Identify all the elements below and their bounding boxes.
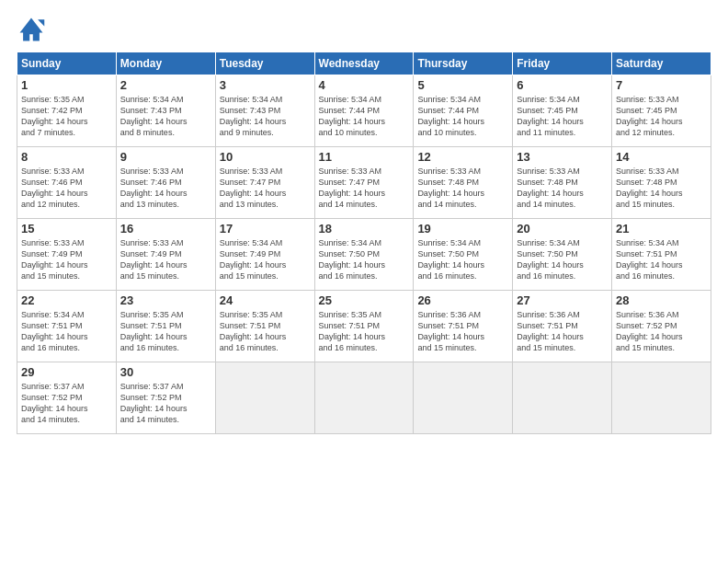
header-monday: Monday (116, 52, 215, 75)
calendar-cell: 24Sunrise: 5:35 AM Sunset: 7:51 PM Dayli… (215, 291, 314, 362)
calendar-cell: 30Sunrise: 5:37 AM Sunset: 7:52 PM Dayli… (116, 362, 215, 434)
day-info: Sunrise: 5:35 AM Sunset: 7:42 PM Dayligh… (21, 94, 112, 139)
day-number: 27 (517, 293, 608, 307)
day-number: 26 (417, 293, 508, 307)
day-number: 30 (120, 365, 211, 379)
day-info: Sunrise: 5:33 AM Sunset: 7:48 PM Dayligh… (417, 166, 508, 211)
day-info: Sunrise: 5:33 AM Sunset: 7:48 PM Dayligh… (517, 166, 608, 211)
header-sunday: Sunday (17, 52, 117, 75)
day-number: 11 (319, 150, 410, 164)
header-wednesday: Wednesday (314, 52, 414, 75)
day-info: Sunrise: 5:35 AM Sunset: 7:51 PM Dayligh… (120, 309, 211, 354)
day-number: 3 (220, 78, 311, 92)
day-number: 8 (21, 150, 112, 164)
calendar-cell: 11Sunrise: 5:33 AM Sunset: 7:47 PM Dayli… (314, 147, 414, 219)
day-info: Sunrise: 5:33 AM Sunset: 7:46 PM Dayligh… (21, 166, 112, 211)
calendar-cell: 5Sunrise: 5:34 AM Sunset: 7:44 PM Daylig… (414, 75, 513, 147)
day-info: Sunrise: 5:37 AM Sunset: 7:52 PM Dayligh… (21, 381, 112, 426)
day-number: 2 (120, 78, 211, 92)
header-tuesday: Tuesday (215, 52, 314, 75)
day-info: Sunrise: 5:37 AM Sunset: 7:52 PM Dayligh… (120, 381, 211, 426)
day-number: 24 (220, 293, 311, 307)
day-number: 15 (21, 222, 112, 236)
page-header (17, 15, 711, 44)
day-info: Sunrise: 5:36 AM Sunset: 7:51 PM Dayligh… (417, 309, 508, 354)
day-number: 19 (417, 222, 508, 236)
header-saturday: Saturday (612, 52, 711, 75)
day-number: 10 (220, 150, 311, 164)
day-info: Sunrise: 5:33 AM Sunset: 7:48 PM Dayligh… (616, 166, 707, 211)
day-number: 6 (517, 78, 608, 92)
day-info: Sunrise: 5:33 AM Sunset: 7:45 PM Dayligh… (616, 94, 707, 139)
calendar-cell: 4Sunrise: 5:34 AM Sunset: 7:44 PM Daylig… (314, 75, 414, 147)
calendar-cell: 12Sunrise: 5:33 AM Sunset: 7:48 PM Dayli… (414, 147, 513, 219)
calendar-cell: 1Sunrise: 5:35 AM Sunset: 7:42 PM Daylig… (17, 75, 117, 147)
day-number: 9 (120, 150, 211, 164)
day-info: Sunrise: 5:33 AM Sunset: 7:49 PM Dayligh… (120, 237, 211, 282)
calendar-cell: 26Sunrise: 5:36 AM Sunset: 7:51 PM Dayli… (414, 291, 513, 362)
day-info: Sunrise: 5:34 AM Sunset: 7:50 PM Dayligh… (417, 237, 508, 282)
calendar-cell: 2Sunrise: 5:34 AM Sunset: 7:43 PM Daylig… (116, 75, 215, 147)
calendar-cell (215, 362, 314, 434)
calendar-cell: 23Sunrise: 5:35 AM Sunset: 7:51 PM Dayli… (116, 291, 215, 362)
day-number: 25 (319, 293, 410, 307)
header-thursday: Thursday (414, 52, 513, 75)
calendar-week-3: 15Sunrise: 5:33 AM Sunset: 7:49 PM Dayli… (17, 219, 711, 291)
day-info: Sunrise: 5:36 AM Sunset: 7:52 PM Dayligh… (616, 309, 707, 354)
day-info: Sunrise: 5:33 AM Sunset: 7:47 PM Dayligh… (220, 166, 311, 211)
calendar-cell (314, 362, 414, 434)
day-number: 23 (120, 293, 211, 307)
calendar-cell: 19Sunrise: 5:34 AM Sunset: 7:50 PM Dayli… (414, 219, 513, 291)
calendar-cell: 9Sunrise: 5:33 AM Sunset: 7:46 PM Daylig… (116, 147, 215, 219)
day-info: Sunrise: 5:34 AM Sunset: 7:44 PM Dayligh… (417, 94, 508, 139)
day-number: 29 (21, 365, 112, 379)
calendar-cell: 13Sunrise: 5:33 AM Sunset: 7:48 PM Dayli… (513, 147, 612, 219)
calendar-cell: 22Sunrise: 5:34 AM Sunset: 7:51 PM Dayli… (17, 291, 117, 362)
calendar-cell: 14Sunrise: 5:33 AM Sunset: 7:48 PM Dayli… (612, 147, 711, 219)
calendar-cell: 20Sunrise: 5:34 AM Sunset: 7:50 PM Dayli… (513, 219, 612, 291)
logo-icon (17, 15, 46, 44)
calendar-table: SundayMondayTuesdayWednesdayThursdayFrid… (17, 52, 711, 434)
day-number: 17 (220, 222, 311, 236)
calendar-cell: 21Sunrise: 5:34 AM Sunset: 7:51 PM Dayli… (612, 219, 711, 291)
day-number: 16 (120, 222, 211, 236)
day-info: Sunrise: 5:33 AM Sunset: 7:49 PM Dayligh… (21, 237, 112, 282)
calendar-cell: 27Sunrise: 5:36 AM Sunset: 7:51 PM Dayli… (513, 291, 612, 362)
calendar-header-row: SundayMondayTuesdayWednesdayThursdayFrid… (17, 52, 711, 75)
calendar-week-1: 1Sunrise: 5:35 AM Sunset: 7:42 PM Daylig… (17, 75, 711, 147)
calendar-cell: 15Sunrise: 5:33 AM Sunset: 7:49 PM Dayli… (17, 219, 117, 291)
day-info: Sunrise: 5:34 AM Sunset: 7:45 PM Dayligh… (517, 94, 608, 139)
day-number: 21 (616, 222, 707, 236)
logo (17, 15, 50, 44)
calendar-week-2: 8Sunrise: 5:33 AM Sunset: 7:46 PM Daylig… (17, 147, 711, 219)
day-number: 20 (517, 222, 608, 236)
day-info: Sunrise: 5:34 AM Sunset: 7:43 PM Dayligh… (220, 94, 311, 139)
calendar-cell: 7Sunrise: 5:33 AM Sunset: 7:45 PM Daylig… (612, 75, 711, 147)
day-info: Sunrise: 5:33 AM Sunset: 7:47 PM Dayligh… (319, 166, 410, 211)
day-info: Sunrise: 5:35 AM Sunset: 7:51 PM Dayligh… (220, 309, 311, 354)
calendar-cell: 25Sunrise: 5:35 AM Sunset: 7:51 PM Dayli… (314, 291, 414, 362)
day-number: 1 (21, 78, 112, 92)
day-number: 18 (319, 222, 410, 236)
day-number: 22 (21, 293, 112, 307)
calendar-cell: 3Sunrise: 5:34 AM Sunset: 7:43 PM Daylig… (215, 75, 314, 147)
day-info: Sunrise: 5:36 AM Sunset: 7:51 PM Dayligh… (517, 309, 608, 354)
day-info: Sunrise: 5:34 AM Sunset: 7:51 PM Dayligh… (616, 237, 707, 282)
day-info: Sunrise: 5:34 AM Sunset: 7:50 PM Dayligh… (319, 237, 410, 282)
calendar-cell (414, 362, 513, 434)
header-friday: Friday (513, 52, 612, 75)
calendar-cell (612, 362, 711, 434)
calendar-cell: 8Sunrise: 5:33 AM Sunset: 7:46 PM Daylig… (17, 147, 117, 219)
calendar-cell (513, 362, 612, 434)
calendar-cell: 6Sunrise: 5:34 AM Sunset: 7:45 PM Daylig… (513, 75, 612, 147)
calendar-week-5: 29Sunrise: 5:37 AM Sunset: 7:52 PM Dayli… (17, 362, 711, 434)
calendar-cell: 18Sunrise: 5:34 AM Sunset: 7:50 PM Dayli… (314, 219, 414, 291)
calendar-cell: 10Sunrise: 5:33 AM Sunset: 7:47 PM Dayli… (215, 147, 314, 219)
calendar-cell: 29Sunrise: 5:37 AM Sunset: 7:52 PM Dayli… (17, 362, 117, 434)
day-number: 12 (417, 150, 508, 164)
calendar-cell: 17Sunrise: 5:34 AM Sunset: 7:49 PM Dayli… (215, 219, 314, 291)
day-number: 14 (616, 150, 707, 164)
day-number: 5 (417, 78, 508, 92)
day-info: Sunrise: 5:34 AM Sunset: 7:44 PM Dayligh… (319, 94, 410, 139)
day-number: 13 (517, 150, 608, 164)
